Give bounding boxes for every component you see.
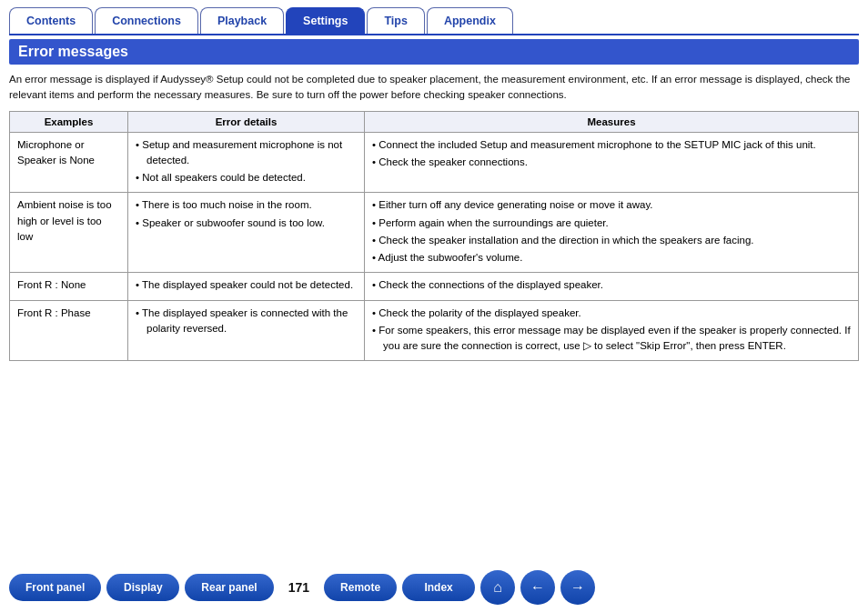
measure-item: For some speakers, this error message ma… [372,323,851,355]
forward-button[interactable]: → [560,570,595,605]
tab-bar: Contents Connections Playback Settings T… [0,0,868,34]
table-row-example-3: Front R : Phase [10,300,128,361]
home-icon: ⌂ [493,579,502,596]
table-row-measure-2: Check the connections of the displayed s… [365,273,859,300]
measure-item: Adjust the subwoofer's volume. [372,250,851,266]
bottom-bar: Front panel Display Rear panel 171 Remot… [0,563,868,612]
error-detail-item: The displayed speaker is connected with … [136,306,357,337]
tab-settings[interactable]: Settings [286,7,365,34]
error-detail-item: The displayed speaker could not be detec… [136,277,357,293]
error-detail-item: There is too much noise in the room. [136,197,357,213]
measure-item: Check the connections of the displayed s… [372,277,851,293]
measure-item: Check the polarity of the displayed spea… [372,306,851,321]
back-icon: ← [530,579,545,596]
table-row-example-1: Ambient noise is too high or level is to… [10,193,128,273]
table-row-measure-3: Check the polarity of the displayed spea… [365,300,859,361]
col-header-examples: Examples [10,111,128,132]
error-detail-item: Not all speakers could be detected. [136,170,357,186]
forward-icon: → [570,579,585,596]
rear-panel-button[interactable]: Rear panel [185,574,273,601]
page-title: Error messages [9,39,859,65]
front-panel-button[interactable]: Front panel [9,574,101,601]
table-row-measure-1: Either turn off any device generating no… [365,193,859,273]
measure-item: Either turn off any device generating no… [372,197,851,213]
table-row-error-3: The displayed speaker is connected with … [128,300,365,361]
tab-appendix[interactable]: Appendix [427,7,513,34]
table-row-error-1: There is too much noise in the room.Spea… [128,193,365,273]
tab-connections[interactable]: Connections [95,7,198,34]
page-description: An error message is displayed if Audysse… [9,72,859,104]
table-row-error-0: Setup and measurement microphone is not … [128,132,365,193]
main-content: Error messages An error message is displ… [0,35,868,563]
measure-item: Perform again when the surroundings are … [372,216,851,231]
table-row-measure-0: Connect the included Setup and measureme… [365,132,859,193]
error-detail-item: Setup and measurement microphone is not … [136,137,357,169]
index-button[interactable]: Index [402,574,475,601]
page-number: 171 [288,580,309,595]
measure-item: Check the speaker connections. [372,155,851,170]
home-button[interactable]: ⌂ [480,570,515,605]
remote-button[interactable]: Remote [324,574,397,601]
measure-item: Check the speaker installation and the d… [372,233,851,248]
tab-playback[interactable]: Playback [200,7,284,34]
back-button[interactable]: ← [520,570,555,605]
col-header-measures: Measures [365,111,859,132]
col-header-error-details: Error details [128,111,365,132]
table-row-error-2: The displayed speaker could not be detec… [128,273,365,300]
error-table: Examples Error details Measures Micropho… [9,111,859,362]
error-detail-item: Speaker or subwoofer sound is too low. [136,216,357,231]
tab-tips[interactable]: Tips [367,7,424,34]
table-row-example-2: Front R : None [10,273,128,300]
table-row-example-0: Microphone or Speaker is None [10,132,128,193]
measure-item: Connect the included Setup and measureme… [372,137,851,153]
display-button[interactable]: Display [106,574,179,601]
tab-contents[interactable]: Contents [9,7,93,34]
